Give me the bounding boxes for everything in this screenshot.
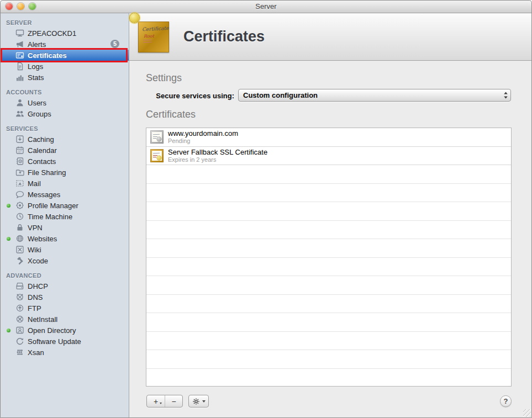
group-icon	[15, 109, 24, 119]
add-remove-segmented-control: + −	[146, 395, 183, 408]
sidebar-item-alerts[interactable]: Alerts5	[1, 39, 129, 50]
secure-services-label: Secure services using:	[129, 92, 234, 100]
sidebar-section-services: SERVICESCaching17CalendarContactsFile Sh…	[1, 124, 129, 266]
contacts-icon	[15, 157, 24, 166]
sidebar-item-label: Groups	[28, 110, 51, 118]
certificate-name: Server Fallback SSL Certificate	[168, 149, 267, 156]
sidebar-item-label: Alerts	[28, 40, 46, 49]
sidebar-item-label: Messages	[28, 191, 60, 199]
sidebar-item-users[interactable]: Users	[1, 97, 129, 108]
title-bar[interactable]: Server	[1, 1, 531, 13]
sidebar-item-ftp[interactable]: FTP	[1, 303, 129, 314]
computer-icon	[15, 29, 24, 38]
sidebar-item-label: Wiki	[28, 246, 41, 254]
sidebar-section-accounts: ACCOUNTSUsersGroups	[1, 87, 129, 119]
resize-grip[interactable]	[523, 409, 531, 417]
dropdown-caret-icon	[202, 400, 206, 403]
sidebar-item-label: Time Machine	[28, 213, 72, 221]
empty-list-row	[146, 184, 511, 203]
empty-list-row	[146, 276, 511, 295]
window-controls	[6, 3, 36, 10]
add-certificate-button[interactable]: +	[147, 395, 165, 407]
certificate-icon	[15, 51, 24, 60]
certificate-row[interactable]: Server Fallback SSL CertificateExpires i…	[146, 147, 511, 166]
list-toolbar: + −	[146, 395, 209, 408]
sidebar-item-wiki[interactable]: Wiki	[1, 244, 129, 255]
sidebar-item-label: Stats	[28, 73, 44, 82]
sidebar-item-stats[interactable]: Stats	[1, 72, 129, 83]
hammer-icon	[15, 256, 24, 266]
stats-icon	[15, 73, 24, 82]
sidebar-item-messages[interactable]: Messages	[1, 189, 129, 200]
help-button[interactable]: ?	[500, 395, 512, 407]
software-update-icon	[15, 337, 24, 346]
ftp-icon	[15, 304, 24, 313]
dns-icon	[15, 293, 24, 302]
sidebar-section-advanced: ADVANCEDDHCPDNSFTPNetInstallOpen Directo…	[1, 271, 129, 358]
sidebar-item-label: NetInstall	[28, 315, 57, 324]
popup-selected-value: Custom configuration	[239, 91, 501, 99]
sidebar-item-contacts[interactable]: Contacts	[1, 156, 129, 167]
sidebar-item-caching[interactable]: Caching	[1, 134, 129, 145]
sidebar-item-file-sharing[interactable]: File Sharing	[1, 167, 129, 178]
sidebar-item-xcode[interactable]: Xcode	[1, 255, 129, 266]
certificate-status: Expires in 2 years	[168, 157, 267, 163]
empty-list-row	[146, 369, 511, 387]
sidebar-section-header: SERVER	[1, 18, 129, 28]
open-directory-icon	[15, 326, 24, 335]
time-machine-icon	[15, 212, 24, 221]
sidebar-item-label: Certificates	[28, 51, 67, 60]
sidebar-item-xsan[interactable]: Xsan	[1, 347, 129, 358]
zoom-button[interactable]	[29, 3, 36, 10]
sidebar-item-label: Caching	[28, 135, 54, 144]
sidebar-item-label: VPN	[28, 224, 43, 232]
service-running-dot	[7, 204, 10, 208]
sidebar-item-label: Software Update	[28, 337, 81, 346]
sidebar-item-groups[interactable]: Groups	[1, 108, 129, 119]
sidebar-item-logs[interactable]: Logs	[1, 61, 129, 72]
sidebar-item-time-machine[interactable]: Time Machine	[1, 211, 129, 222]
sidebar-item-mail[interactable]: Mail	[1, 178, 129, 189]
action-menu-button[interactable]	[188, 395, 209, 408]
main-content: Settings Secure services using: Custom c…	[129, 61, 531, 417]
user-icon	[15, 98, 24, 108]
sidebar-item-label: Open Directory	[28, 326, 76, 335]
folder-icon	[15, 168, 24, 177]
sidebar-item-label: Calendar	[28, 146, 57, 155]
sidebar-item-calendar[interactable]: 17Calendar	[1, 145, 129, 156]
sidebar-item-label: Xcode	[28, 257, 48, 265]
sidebar-item-dns[interactable]: DNS	[1, 292, 129, 303]
mail-icon	[15, 179, 24, 188]
stepper-icon	[501, 91, 510, 99]
messages-icon	[15, 190, 24, 199]
logs-icon	[15, 62, 24, 71]
empty-list-row	[146, 239, 511, 258]
sidebar-item-label: Mail	[28, 179, 41, 188]
sidebar-item-software-update[interactable]: Software Update	[1, 336, 129, 347]
sidebar-item-websites[interactable]: Websites	[1, 233, 129, 244]
netinstall-icon	[15, 315, 24, 324]
close-button[interactable]	[6, 3, 13, 10]
sidebar-item-vpn[interactable]: VPN	[1, 222, 129, 233]
empty-list-row	[146, 332, 511, 351]
sidebar-item-profile-manager[interactable]: Profile Manager	[1, 200, 129, 211]
certificate-row[interactable]: www.yourdomain.comPending	[146, 128, 511, 147]
empty-list-row	[146, 258, 511, 277]
sidebar-sections: SERVERZPEACOCKD1Alerts5CertificatesLogsS…	[1, 18, 129, 358]
sidebar-item-netinstall[interactable]: NetInstall	[1, 314, 129, 325]
svg-text:17: 17	[18, 150, 22, 153]
empty-list-row	[146, 350, 511, 369]
empty-list-row	[146, 221, 511, 240]
content-header: Certificate Root Certificates	[129, 13, 531, 61]
certificates-heading: Certificates	[146, 109, 196, 120]
sidebar-item-certificates[interactable]: Certificates	[1, 50, 129, 61]
remove-certificate-button[interactable]: −	[165, 395, 182, 407]
certificate-status: Pending	[168, 138, 238, 144]
sidebar-item-zpeacockd1[interactable]: ZPEACOCKD1	[1, 28, 129, 39]
sidebar-section-header: SERVICES	[1, 124, 129, 134]
sidebar-item-dhcp[interactable]: DHCP	[1, 281, 129, 292]
secure-services-popup[interactable]: Custom configuration	[238, 89, 511, 102]
minimize-button[interactable]	[17, 3, 24, 10]
sidebar-item-open-directory[interactable]: Open Directory	[1, 325, 129, 336]
dhcp-icon	[15, 282, 24, 291]
